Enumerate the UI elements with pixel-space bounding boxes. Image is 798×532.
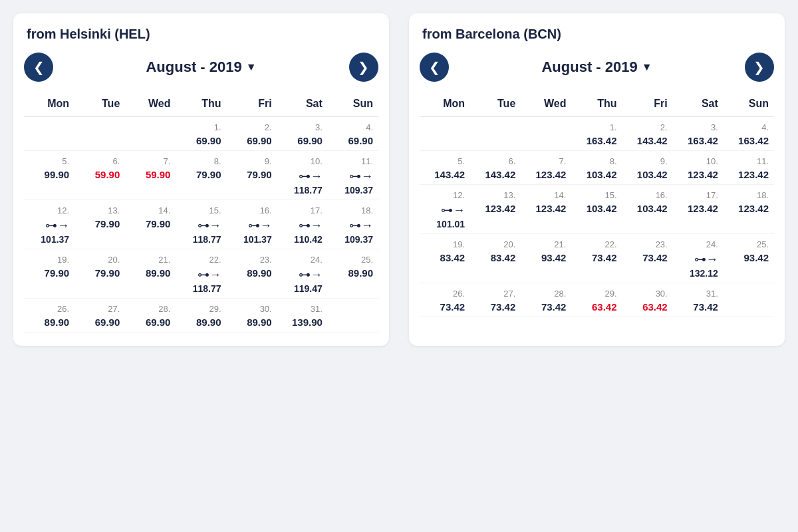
table-cell[interactable]: 15.103.42 xyxy=(571,185,622,234)
day-number: 27. xyxy=(475,289,515,299)
day-number: 19. xyxy=(425,239,465,249)
table-cell[interactable]: 30.63.42 xyxy=(622,283,673,317)
table-cell[interactable]: 31.73.42 xyxy=(673,283,724,317)
table-cell[interactable]: 2.69.90 xyxy=(227,117,277,151)
table-row: 19.79.9020.79.9021.89.9022.⊶→118.7723.89… xyxy=(24,249,378,299)
col-header-thu: Thu xyxy=(571,94,622,117)
table-cell[interactable]: 10.⊶→118.77 xyxy=(277,151,328,200)
table-cell[interactable]: 12.⊶→101.01 xyxy=(420,185,470,234)
day-price: 79.90 xyxy=(80,218,120,229)
day-number: 18. xyxy=(333,205,373,215)
month-label[interactable]: August - 2019▼ xyxy=(146,59,256,76)
table-cell[interactable]: 9.79.90 xyxy=(227,151,277,200)
table-cell[interactable]: 18.⊶→109.37 xyxy=(328,200,378,249)
table-cell[interactable]: 8.79.90 xyxy=(176,151,226,200)
table-cell[interactable]: 21.89.90 xyxy=(125,249,176,299)
next-month-button[interactable]: ❯ xyxy=(745,53,774,82)
prev-month-button[interactable]: ❮ xyxy=(24,53,53,82)
table-cell[interactable]: 12.⊶→101.37 xyxy=(24,200,74,249)
table-cell[interactable]: 20.83.42 xyxy=(470,234,521,283)
day-number: 12. xyxy=(425,190,465,200)
table-cell[interactable]: 28.69.90 xyxy=(125,299,176,332)
table-cell[interactable]: 19.79.90 xyxy=(24,249,74,299)
stopover-icon: ⊶→ xyxy=(694,252,718,267)
day-price: 89.90 xyxy=(333,267,373,279)
day-price: 103.42 xyxy=(577,203,616,214)
table-cell[interactable]: 7.59.90 xyxy=(125,151,176,200)
table-cell[interactable]: 22.73.42 xyxy=(571,234,622,283)
table-cell[interactable]: 19.83.42 xyxy=(420,234,470,283)
month-label[interactable]: August - 2019▼ xyxy=(541,59,652,76)
table-cell[interactable]: 11.123.42 xyxy=(724,151,774,185)
table-cell[interactable]: 26.89.90 xyxy=(24,299,74,332)
table-cell[interactable]: 31.139.90 xyxy=(277,299,328,332)
table-cell[interactable]: 25.89.90 xyxy=(328,249,378,299)
table-cell[interactable]: 16.103.42 xyxy=(622,185,673,234)
table-cell[interactable]: 20.79.90 xyxy=(74,249,125,299)
table-cell[interactable]: 28.73.42 xyxy=(521,283,571,317)
table-cell[interactable]: 1.163.42 xyxy=(571,117,622,151)
col-header-sat: Sat xyxy=(673,94,724,117)
table-cell[interactable]: 3.163.42 xyxy=(673,117,724,151)
col-header-thu: Thu xyxy=(176,94,226,117)
table-cell[interactable]: 27.69.90 xyxy=(74,299,125,332)
table-cell xyxy=(470,117,521,151)
table-cell[interactable]: 8.103.42 xyxy=(571,151,622,185)
day-number: 13. xyxy=(475,190,515,200)
table-cell[interactable]: 24.⊶→119.47 xyxy=(277,249,328,299)
table-cell[interactable]: 14.79.90 xyxy=(125,200,176,249)
table-cell[interactable]: 11.⊶→109.37 xyxy=(328,151,378,200)
table-cell[interactable]: 17.123.42 xyxy=(673,185,724,234)
table-cell[interactable]: 16.⊶→101.37 xyxy=(227,200,277,249)
day-price: 123.42 xyxy=(678,169,718,180)
table-cell[interactable]: 21.93.42 xyxy=(521,234,571,283)
table-cell[interactable]: 3.69.90 xyxy=(277,117,328,151)
stopover-icon: ⊶→ xyxy=(198,218,221,233)
calendar-grid: MonTueWedThuFriSatSun1.69.902.69.903.69.… xyxy=(24,94,378,332)
day-price: 103.42 xyxy=(628,203,668,214)
table-cell[interactable]: 22.⊶→118.77 xyxy=(176,249,226,299)
table-cell[interactable]: 14.123.42 xyxy=(521,185,571,234)
table-cell[interactable]: 13.79.90 xyxy=(74,200,125,249)
day-price: 63.42 xyxy=(577,301,616,313)
table-cell[interactable]: 13.123.42 xyxy=(470,185,521,234)
day-number: 21. xyxy=(130,255,170,265)
stopover-icon: ⊶→ xyxy=(299,218,323,233)
month-text: August - 2019 xyxy=(541,59,637,76)
chevron-down-icon: ▼ xyxy=(246,61,257,73)
day-price: 83.42 xyxy=(425,252,465,263)
table-cell[interactable]: 4.69.90 xyxy=(328,117,378,151)
table-cell[interactable]: 25.93.42 xyxy=(724,234,774,283)
table-cell[interactable]: 5.143.42 xyxy=(420,151,470,185)
day-number: 18. xyxy=(729,190,769,200)
table-cell[interactable]: 27.73.42 xyxy=(470,283,521,317)
col-header-wed: Wed xyxy=(521,94,571,117)
table-cell[interactable]: 17.⊶→110.42 xyxy=(277,200,328,249)
table-cell[interactable]: 4.163.42 xyxy=(724,117,774,151)
table-cell[interactable]: 6.143.42 xyxy=(470,151,521,185)
table-cell[interactable]: 2.143.42 xyxy=(622,117,673,151)
table-cell[interactable]: 7.123.42 xyxy=(521,151,571,185)
table-cell[interactable]: 18.123.42 xyxy=(724,185,774,234)
table-row: 5.99.906.59.907.59.908.79.909.79.9010.⊶→… xyxy=(24,151,378,200)
table-cell[interactable]: 29.89.90 xyxy=(176,299,226,332)
table-cell[interactable]: 29.63.42 xyxy=(571,283,622,317)
table-cell[interactable]: 1.69.90 xyxy=(176,117,226,151)
table-cell[interactable]: 26.73.42 xyxy=(420,283,470,317)
table-cell[interactable]: 9.103.42 xyxy=(622,151,673,185)
table-row: 1.163.422.143.423.163.424.163.42 xyxy=(420,117,774,151)
table-cell[interactable]: 24.⊶→132.12 xyxy=(673,234,724,283)
table-cell[interactable]: 30.89.90 xyxy=(227,299,277,332)
table-cell[interactable]: 6.59.90 xyxy=(74,151,125,200)
table-cell[interactable]: 15.⊶→118.77 xyxy=(176,200,226,249)
panel-title: from Helsinki (HEL) xyxy=(24,27,378,42)
table-cell[interactable]: 23.89.90 xyxy=(227,249,277,299)
prev-month-button[interactable]: ❮ xyxy=(420,53,449,82)
day-number: 14. xyxy=(526,190,566,200)
stopover-icon: ⊶→ xyxy=(45,218,69,233)
table-cell[interactable]: 5.99.90 xyxy=(24,151,74,200)
table-cell[interactable]: 10.123.42 xyxy=(673,151,724,185)
table-cell[interactable]: 23.73.42 xyxy=(622,234,673,283)
next-month-button[interactable]: ❯ xyxy=(349,53,378,82)
day-number: 16. xyxy=(628,190,668,200)
